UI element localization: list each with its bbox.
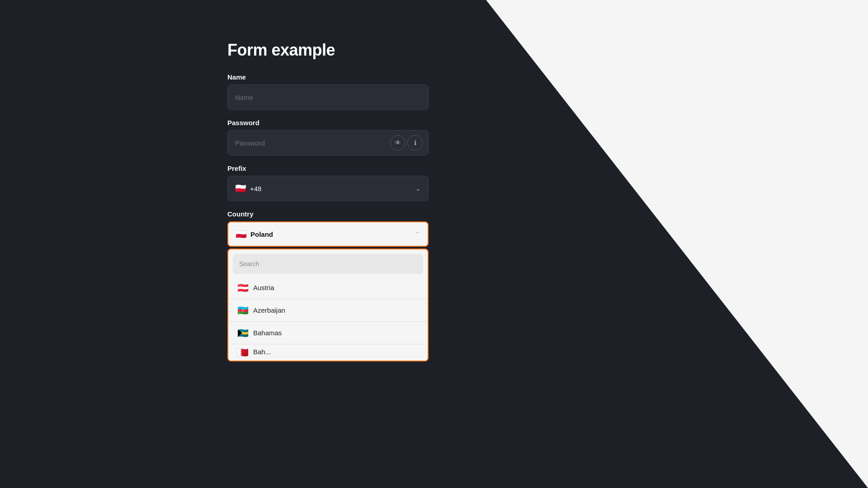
prefix-chevron-down-icon: ⌄: [415, 185, 421, 192]
info-icon: ℹ: [414, 139, 416, 146]
country-chevron-up-icon: ⌃: [415, 230, 420, 238]
prefix-label: Prefix: [227, 164, 429, 172]
name-input[interactable]: [235, 94, 421, 101]
bahamas-flag: 🇧🇸: [237, 328, 249, 338]
list-item[interactable]: 🇧🇸 Bahamas: [228, 322, 428, 344]
bahrain-label: Bah...: [253, 348, 271, 356]
bahrain-flag: 🇧🇭: [237, 348, 249, 357]
prefix-flag: 🇵🇱: [235, 184, 246, 193]
prefix-dropdown[interactable]: 🇵🇱 +48 ⌄: [227, 176, 429, 201]
password-icons: 👁 ℹ: [390, 135, 423, 150]
list-item[interactable]: 🇧🇭 Bah...: [228, 344, 428, 358]
country-dropdown-panel: 🇦🇹 Austria 🇦🇿 Azerbaijan 🇧🇸 Bahamas 🇧🇭 B…: [227, 249, 429, 361]
toggle-password-button[interactable]: 👁: [390, 135, 406, 150]
prefix-field-group: Prefix 🇵🇱 +48 ⌄: [227, 164, 429, 201]
country-dropdown[interactable]: 🇵🇱 Poland ⌃: [227, 221, 429, 247]
azerbaijan-flag: 🇦🇿: [237, 306, 249, 315]
background-split: [0, 0, 868, 488]
password-input[interactable]: [235, 139, 390, 147]
country-search-input[interactable]: [233, 254, 423, 274]
list-item[interactable]: 🇦🇿 Azerbaijan: [228, 299, 428, 322]
name-input-wrapper: [227, 84, 429, 110]
info-button[interactable]: ℹ: [407, 135, 423, 150]
password-field-group: Password 👁 ℹ: [227, 119, 429, 155]
password-label: Password: [227, 119, 429, 127]
country-flag: 🇵🇱: [236, 230, 247, 239]
prefix-selected-value: 🇵🇱 +48: [235, 184, 261, 193]
country-label: Country: [227, 210, 429, 218]
azerbaijan-label: Azerbaijan: [253, 306, 285, 314]
bahamas-label: Bahamas: [253, 329, 282, 337]
prefix-code: +48: [250, 185, 261, 192]
password-input-wrapper: 👁 ℹ: [227, 130, 429, 155]
country-selected-value: 🇵🇱 Poland: [236, 230, 273, 239]
austria-label: Austria: [253, 284, 274, 291]
austria-flag: 🇦🇹: [237, 283, 249, 292]
country-name: Poland: [250, 230, 273, 238]
search-wrapper: [228, 249, 428, 274]
name-label: Name: [227, 73, 429, 81]
form-container: Form example Name Password 👁 ℹ Prefix: [227, 41, 429, 371]
page-title: Form example: [227, 41, 429, 60]
country-field-group: Country 🇵🇱 Poland ⌃ 🇦🇹 Austria 🇦🇿: [227, 210, 429, 361]
name-field-group: Name: [227, 73, 429, 110]
list-item[interactable]: 🇦🇹 Austria: [228, 277, 428, 299]
country-list: 🇦🇹 Austria 🇦🇿 Azerbaijan 🇧🇸 Bahamas 🇧🇭 B…: [228, 274, 428, 361]
eye-icon: 👁: [395, 139, 401, 146]
